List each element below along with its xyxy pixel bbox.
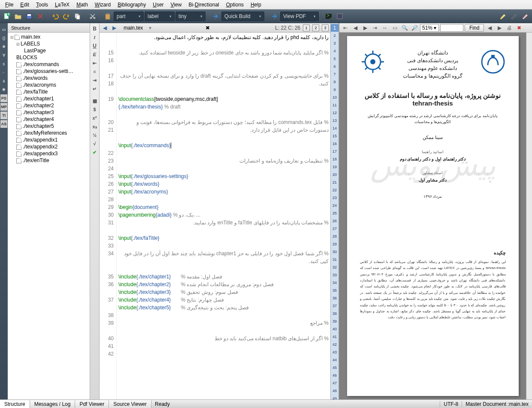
right-icon[interactable]: ⇥ (91, 76, 99, 84)
check-icon[interactable]: ✔ (91, 148, 99, 156)
menu-wizard[interactable]: Wizard (91, 1, 114, 8)
sup-icon[interactable]: x₂ (91, 123, 99, 130)
pdf-close-icon[interactable]: ✖ (515, 24, 523, 32)
undo-icon[interactable] (50, 11, 60, 21)
pdf-zoom-combo[interactable]: 51% ▾ (420, 24, 439, 32)
tree-root[interactable]: ⊟main.tex (9, 33, 89, 40)
tree-item[interactable]: ./tex/appendix1 (9, 136, 89, 143)
open-file-icon[interactable] (13, 11, 23, 21)
editor-tab-main[interactable]: main.tex (120, 24, 146, 32)
menu-help[interactable]: Help (247, 1, 265, 8)
quickbuild-combo[interactable]: Quick Build (221, 12, 264, 21)
underline-icon[interactable]: U (91, 42, 99, 50)
pdf-fit-icon[interactable]: ▭ (390, 24, 399, 32)
line-ruler[interactable]: 12 3 4 5 6 7 8 9 10 11 12 13 14 15 16 17… (330, 23, 339, 399)
menu-options[interactable]: Options (223, 1, 247, 8)
status-tab-source[interactable]: Source Viewer (109, 400, 151, 408)
newline-icon[interactable]: ↵ (91, 85, 99, 93)
pdf-zoomin-icon[interactable]: 🔍 (400, 24, 409, 32)
pdf-findprev-icon[interactable]: ◀ (485, 24, 494, 32)
lt-11[interactable]: TI (0, 112, 7, 119)
frac-icon[interactable]: ½ (91, 131, 99, 139)
menu-bidirectional[interactable]: Bi-Directional (185, 1, 222, 8)
pdf-scrollbar[interactable] (526, 33, 532, 399)
split1-button[interactable]: 1 (303, 24, 310, 31)
tiny-combo[interactable]: tiny (175, 12, 206, 21)
tree-labels[interactable]: ⊟LABELS (9, 40, 89, 47)
quickbuild-run-icon[interactable] (210, 11, 221, 21)
tree-blocks[interactable]: BLOCKS (9, 54, 89, 61)
lt-7[interactable]: ä (0, 77, 7, 85)
menu-bibliography[interactable]: Bibliography (114, 1, 149, 8)
menu-user[interactable]: User (149, 1, 167, 8)
highlight1-icon[interactable] (498, 11, 508, 21)
bold-icon[interactable]: B (91, 25, 99, 33)
pdf-search-input[interactable] (440, 24, 463, 32)
lt-3[interactable]: ❖ (0, 43, 7, 51)
cut-icon[interactable] (88, 11, 98, 21)
terminal-icon[interactable]: >_ (323, 11, 334, 21)
lt-2[interactable]: {} (0, 34, 7, 42)
pdf-zoomout-icon[interactable]: 🔎 (410, 24, 419, 32)
lt-1[interactable]: ▭ (0, 26, 7, 33)
paste-icon[interactable] (103, 11, 113, 21)
log-icon[interactable] (335, 11, 345, 21)
tree-item[interactable]: ./tex/chapter1 (9, 95, 89, 102)
pdf-next-icon[interactable]: ▶ (361, 24, 369, 32)
lt-4[interactable]: ∀ (0, 51, 7, 59)
menu-math[interactable]: Math (73, 1, 91, 8)
lt-8[interactable]: ✱ (0, 86, 7, 94)
pdf-view[interactable]: پیش‌نویس دانشگاه تهران پردیس دانشکده‌های… (339, 33, 526, 399)
pdf-last-icon[interactable]: ⇥ (371, 24, 379, 32)
menu-file[interactable]: File (2, 1, 17, 8)
split2-button[interactable]: 2 (312, 24, 319, 31)
tree-item[interactable]: ./tex/appendix2 (9, 143, 89, 150)
highlight2-icon[interactable] (509, 11, 519, 21)
new-file-icon[interactable]: + (2, 11, 12, 21)
tree-item[interactable]: ./tex/acronyms (9, 82, 89, 88)
part-combo[interactable]: part (114, 12, 144, 21)
nav-back-icon[interactable]: ◀ (101, 24, 108, 31)
label-combo[interactable]: label (145, 12, 175, 21)
tree-item[interactable]: ./tex/enTitle (9, 157, 89, 164)
italic-icon[interactable]: I (91, 33, 99, 41)
nav-fwd-icon[interactable]: ▶ (111, 24, 118, 31)
math-icon[interactable]: $ (91, 106, 99, 113)
sub-icon[interactable]: x² (91, 114, 99, 122)
pdf-sync-icon[interactable]: ↔ (381, 24, 389, 32)
structure-tree[interactable]: ⊟main.tex ⊟LABELS LastPage BLOCKS ./tex/… (8, 33, 90, 399)
redo-icon[interactable] (61, 11, 72, 21)
tree-item[interactable]: ./tex/faTitle (9, 88, 89, 95)
tree-item[interactable]: ./tex/chapter3 (9, 109, 89, 116)
menu-view[interactable]: View (167, 1, 185, 8)
lt-9[interactable]: PS (0, 94, 7, 102)
status-tab-messages[interactable]: Messages / Log (30, 400, 76, 408)
tree-item[interactable]: ./tex/commands (9, 61, 89, 68)
menu-latex[interactable]: LaTeX (51, 1, 73, 8)
pdf-print-icon[interactable]: 🖨 (505, 24, 514, 32)
tree-item[interactable]: ./tex/chapter5 (9, 123, 89, 130)
viewpdf-combo[interactable]: View PDF (280, 12, 319, 21)
menu-tools[interactable]: Tools (33, 1, 51, 8)
highlight3-icon[interactable] (520, 11, 530, 21)
lt-6[interactable]: ← (0, 69, 7, 76)
menu-edit[interactable]: Edit (17, 1, 33, 8)
status-tab-structure[interactable]: Structure (0, 400, 30, 408)
left-icon[interactable]: ⇤ (91, 59, 99, 67)
split3-button[interactable]: 3 (322, 24, 329, 31)
tree-item[interactable]: ./tex/chapter4 (9, 116, 89, 123)
env-icon[interactable]: ▦ (91, 97, 99, 105)
center-icon[interactable]: ≡ (91, 68, 99, 76)
tree-item[interactable]: ./tex/chapter2 (9, 102, 89, 109)
close-icon[interactable] (35, 11, 45, 21)
code-content[interactable]: را دارید، کلمه phd را قرار دهید. کلیه تن… (117, 33, 330, 399)
emph-icon[interactable]: E (91, 51, 99, 58)
pdf-prev-icon[interactable]: ◀ (351, 24, 360, 32)
editor-body[interactable]: 15 16 17 18 19 20 21 22 23 24 25 26 27 2… (100, 33, 330, 399)
pdf-find-button[interactable]: Find (465, 24, 484, 32)
tree-item[interactable]: ./tex/words (9, 75, 89, 82)
viewpdf-run-icon[interactable] (269, 11, 279, 21)
lt-12[interactable]: AS (0, 120, 7, 128)
copy-icon[interactable] (73, 11, 83, 21)
lt-5[interactable]: ≤ (0, 60, 7, 68)
